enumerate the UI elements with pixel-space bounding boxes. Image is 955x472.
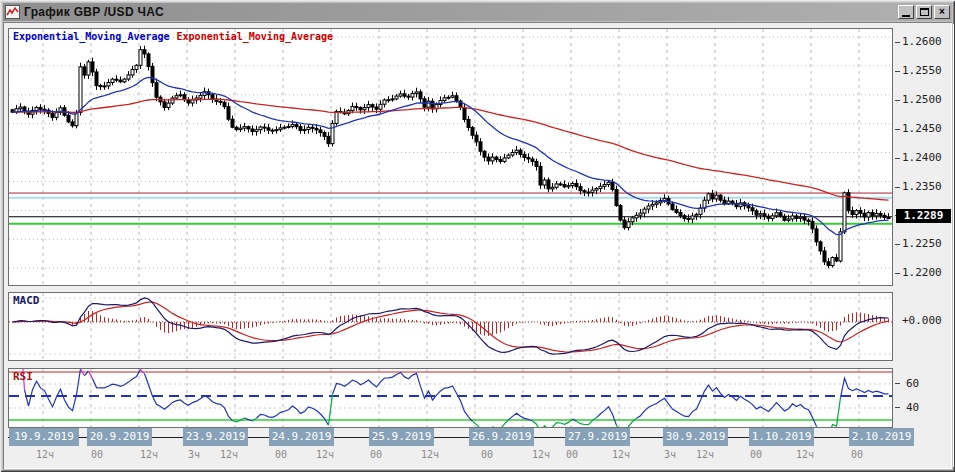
rsi-axis-label: 40 <box>906 401 919 414</box>
price-axis-tick <box>895 129 900 130</box>
time-label: 00 <box>481 449 493 461</box>
date-label: 30.9.2019 <box>663 428 728 446</box>
macd-zero-label: +0.000 <box>902 314 942 327</box>
ema-slow-legend: Exponential_Moving_Average <box>177 31 334 42</box>
date-label: 27.9.2019 <box>565 428 630 446</box>
chart-window: График GBP /USD ЧАС × Exponential_Moving… <box>0 0 955 472</box>
chart-content-area: Exponential_Moving_AverageExponential_Mo… <box>3 22 952 469</box>
time-label: 00 <box>91 449 103 461</box>
time-label: 00 <box>566 449 578 461</box>
date-label: 24.9.2019 <box>269 428 334 446</box>
rsi-axis-label: 60 <box>906 377 919 390</box>
title-bar[interactable]: График GBP /USD ЧАС × <box>3 3 952 21</box>
price-axis-tick <box>895 100 900 101</box>
time-label: 00 <box>370 449 382 461</box>
price-axis-label: 1.2550 <box>902 65 952 77</box>
time-label: 12ч <box>36 449 54 461</box>
macd-chart[interactable] <box>9 293 892 360</box>
price-axis-tick <box>895 273 900 274</box>
price-axis-tick <box>895 42 900 43</box>
rsi-axis-tick <box>895 383 900 384</box>
price-axis-label: 1.2350 <box>902 181 952 193</box>
date-label: 2.10.2019 <box>849 428 914 446</box>
rsi-chart[interactable] <box>9 369 892 427</box>
macd-panel[interactable]: MACD <box>8 292 893 361</box>
time-label: 12ч <box>696 449 714 461</box>
price-chart-panel[interactable]: Exponential_Moving_AverageExponential_Mo… <box>8 28 893 286</box>
price-axis-tick <box>895 158 900 159</box>
axis-separator <box>953 24 954 467</box>
price-axis-label: 1.2250 <box>902 238 952 250</box>
indicator-legend: Exponential_Moving_AverageExponential_Mo… <box>13 31 333 42</box>
minimize-button[interactable] <box>898 5 914 19</box>
time-label: 00 <box>275 449 287 461</box>
price-axis-tick <box>895 187 900 188</box>
maximize-icon <box>920 8 929 16</box>
date-label: 23.9.2019 <box>183 428 248 446</box>
chart-window-icon <box>5 5 20 19</box>
date-label: 25.9.2019 <box>369 428 434 446</box>
date-label: 20.9.2019 <box>87 428 152 446</box>
rsi-panel[interactable]: RSI <box>8 368 893 428</box>
window-title: График GBP /USD ЧАС <box>24 5 164 19</box>
close-icon: × <box>939 7 945 17</box>
macd-label: MACD <box>13 294 40 307</box>
maximize-button[interactable] <box>916 5 932 19</box>
date-label: 1.10.2019 <box>749 428 814 446</box>
price-axis-label: 1.2200 <box>902 267 952 279</box>
close-button[interactable]: × <box>934 5 950 19</box>
date-label: 26.9.2019 <box>469 428 534 446</box>
date-label: 19.9.2019 <box>9 428 79 446</box>
time-label: 12ч <box>316 449 334 461</box>
time-label: 12ч <box>140 449 158 461</box>
candlestick-chart[interactable] <box>9 29 892 285</box>
price-axis-label: 1.2400 <box>902 152 952 164</box>
current-price-badge: 1.2289 <box>896 209 951 223</box>
time-label: 00 <box>750 449 762 461</box>
time-label: 12ч <box>796 449 814 461</box>
minimize-icon <box>902 15 910 17</box>
time-axis: 19.9.201920.9.201923.9.201924.9.201925.9… <box>8 428 914 466</box>
price-axis-label: 1.2450 <box>902 123 952 135</box>
rsi-axis-tick <box>895 407 900 408</box>
time-label: 3ч <box>188 449 200 461</box>
time-label: 00 <box>851 449 863 461</box>
price-axis-label: 1.2600 <box>902 36 952 48</box>
price-axis-tick <box>895 244 900 245</box>
ema-fast-legend: Exponential_Moving_Average <box>13 31 170 42</box>
price-axis-label: 1.2500 <box>902 94 952 106</box>
time-label: 12ч <box>421 449 439 461</box>
time-label: 12ч <box>220 449 238 461</box>
time-label: 12ч <box>612 449 630 461</box>
time-label: 12ч <box>532 449 550 461</box>
rsi-label: RSI <box>13 370 33 383</box>
price-axis-tick <box>895 71 900 72</box>
time-label: 3ч <box>664 449 676 461</box>
